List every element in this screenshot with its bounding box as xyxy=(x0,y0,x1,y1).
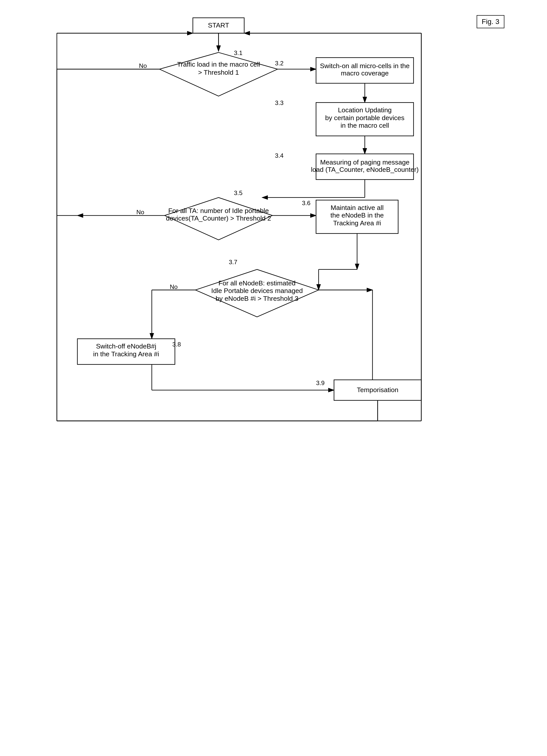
step32-num: 3.2 xyxy=(275,60,283,67)
step31-text2: > Threshold 1 xyxy=(198,69,239,76)
step38-text1: Switch-off eNodeB#j xyxy=(96,342,156,350)
step33-num: 3.3 xyxy=(275,99,283,106)
step37-text3: by eNodeB #i > Threshold 3 xyxy=(216,295,298,302)
step31-text1: Traffic load in the macro cell xyxy=(177,61,260,68)
step35-text2: devices(TA_Counter) > Threshold 2 xyxy=(166,214,271,222)
step34-text1: Measuring of paging message xyxy=(320,158,409,166)
step39-num: 3.9 xyxy=(316,380,324,386)
step38-num: 3.8 xyxy=(172,341,181,348)
step32-text1: Switch-on all micro-cells in the xyxy=(320,62,410,70)
step37-num: 3.7 xyxy=(229,259,237,265)
step35-text1: For all TA: number of Idle portable xyxy=(168,207,269,214)
no-37: No xyxy=(170,283,178,290)
step32-text2: macro coverage xyxy=(341,69,389,77)
step38-text2: in the Tracking Area #i xyxy=(93,350,159,358)
flowchart-svg: START 3.1 Traffic load in the macro cell… xyxy=(20,10,519,742)
no-35: No xyxy=(137,209,144,215)
step31-num: 3.1 xyxy=(234,49,243,56)
step36-text2: the eNodeB in the xyxy=(330,211,384,219)
step34-num: 3.4 xyxy=(275,152,283,159)
step33-text1: Location Updating xyxy=(338,106,392,114)
step35-num: 3.5 xyxy=(234,190,243,196)
step37-text2: Idle Portable devices managed xyxy=(211,287,303,294)
step33-text3: in the macro cell xyxy=(340,122,389,129)
step36-text3: Tracking Area #i xyxy=(333,219,381,227)
step37-text1: For all eNodeB: estimated xyxy=(219,279,295,287)
step33-text2: by certain portable devices xyxy=(325,114,404,122)
no-31: No xyxy=(139,62,147,69)
step39-text: Temporisation xyxy=(357,386,398,394)
step36-text1: Maintain active all xyxy=(330,204,383,211)
step34-text2: load (TA_Counter, eNodeB_counter) xyxy=(311,166,419,173)
diagram-container: Fig. 3 START 3.1 Traffic load in the mac… xyxy=(20,10,519,742)
step36-num: 3.6 xyxy=(302,200,310,206)
start-label: START xyxy=(208,21,229,29)
